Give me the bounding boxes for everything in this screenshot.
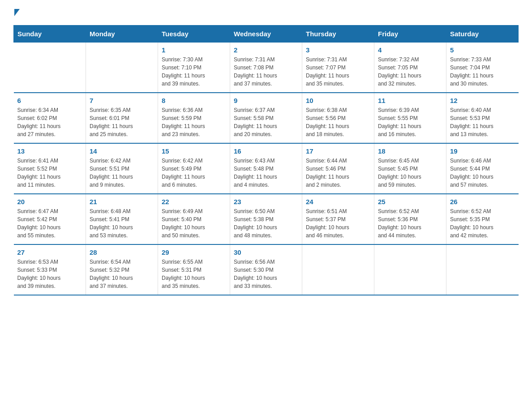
calendar-cell: 17Sunrise: 6:44 AMSunset: 5:46 PMDayligh… xyxy=(302,143,374,194)
day-number: 12 xyxy=(450,97,515,104)
calendar-week-row: 1Sunrise: 7:30 AMSunset: 7:10 PMDaylight… xyxy=(14,43,519,93)
day-info: Sunrise: 6:48 AMSunset: 5:41 PMDaylight:… xyxy=(90,207,154,240)
day-info: Sunrise: 6:52 AMSunset: 5:36 PMDaylight:… xyxy=(378,207,442,240)
day-number: 19 xyxy=(450,147,515,155)
day-number: 20 xyxy=(17,198,82,206)
day-header-sunday: Sunday xyxy=(14,26,86,43)
day-info: Sunrise: 6:51 AMSunset: 5:37 PMDaylight:… xyxy=(306,207,370,240)
day-header-monday: Monday xyxy=(86,26,158,43)
day-number: 27 xyxy=(17,248,82,256)
calendar-cell: 28Sunrise: 6:54 AMSunset: 5:32 PMDayligh… xyxy=(86,244,158,295)
calendar-cell: 8Sunrise: 6:36 AMSunset: 5:59 PMDaylight… xyxy=(158,93,230,143)
calendar-cell: 24Sunrise: 6:51 AMSunset: 5:37 PMDayligh… xyxy=(302,194,374,244)
day-number: 16 xyxy=(234,147,298,155)
logo xyxy=(13,9,20,18)
day-info: Sunrise: 6:52 AMSunset: 5:35 PMDaylight:… xyxy=(450,207,515,240)
day-number: 22 xyxy=(162,198,226,206)
day-info: Sunrise: 6:56 AMSunset: 5:30 PMDaylight:… xyxy=(234,258,298,290)
day-number: 7 xyxy=(90,97,154,104)
day-info: Sunrise: 6:50 AMSunset: 5:38 PMDaylight:… xyxy=(234,207,298,240)
day-info: Sunrise: 6:37 AMSunset: 5:58 PMDaylight:… xyxy=(234,106,298,138)
calendar-cell: 9Sunrise: 6:37 AMSunset: 5:58 PMDaylight… xyxy=(230,93,302,143)
calendar-cell: 7Sunrise: 6:35 AMSunset: 6:01 PMDaylight… xyxy=(86,93,158,143)
day-number: 4 xyxy=(378,46,442,54)
calendar-cell: 14Sunrise: 6:42 AMSunset: 5:51 PMDayligh… xyxy=(86,143,158,194)
calendar-cell: 2Sunrise: 7:31 AMSunset: 7:08 PMDaylight… xyxy=(230,43,302,93)
calendar-cell: 30Sunrise: 6:56 AMSunset: 5:30 PMDayligh… xyxy=(230,244,302,295)
day-info: Sunrise: 6:41 AMSunset: 5:52 PMDaylight:… xyxy=(17,157,82,189)
day-number: 1 xyxy=(162,46,226,54)
calendar-cell: 22Sunrise: 6:49 AMSunset: 5:40 PMDayligh… xyxy=(158,194,230,244)
calendar-cell: 6Sunrise: 6:34 AMSunset: 6:02 PMDaylight… xyxy=(14,93,86,143)
calendar-cell: 20Sunrise: 6:47 AMSunset: 5:42 PMDayligh… xyxy=(14,194,86,244)
calendar-cell xyxy=(374,244,446,295)
calendar-cell: 15Sunrise: 6:42 AMSunset: 5:49 PMDayligh… xyxy=(158,143,230,194)
calendar-cell: 21Sunrise: 6:48 AMSunset: 5:41 PMDayligh… xyxy=(86,194,158,244)
day-info: Sunrise: 6:55 AMSunset: 5:31 PMDaylight:… xyxy=(162,258,226,290)
day-number: 28 xyxy=(90,248,154,256)
day-number: 18 xyxy=(378,147,442,155)
calendar-week-row: 13Sunrise: 6:41 AMSunset: 5:52 PMDayligh… xyxy=(14,143,519,194)
calendar-week-row: 27Sunrise: 6:53 AMSunset: 5:33 PMDayligh… xyxy=(14,244,519,295)
calendar-header-row: SundayMondayTuesdayWednesdayThursdayFrid… xyxy=(14,26,519,43)
day-info: Sunrise: 6:53 AMSunset: 5:33 PMDaylight:… xyxy=(17,258,82,290)
day-info: Sunrise: 6:39 AMSunset: 5:55 PMDaylight:… xyxy=(378,106,442,138)
day-number: 25 xyxy=(378,198,442,206)
calendar-cell: 16Sunrise: 6:43 AMSunset: 5:48 PMDayligh… xyxy=(230,143,302,194)
day-info: Sunrise: 7:30 AMSunset: 7:10 PMDaylight:… xyxy=(162,56,226,88)
calendar-cell: 1Sunrise: 7:30 AMSunset: 7:10 PMDaylight… xyxy=(158,43,230,93)
calendar-cell: 12Sunrise: 6:40 AMSunset: 5:53 PMDayligh… xyxy=(446,93,519,143)
calendar-cell: 3Sunrise: 7:31 AMSunset: 7:07 PMDaylight… xyxy=(302,43,374,93)
calendar-week-row: 6Sunrise: 6:34 AMSunset: 6:02 PMDaylight… xyxy=(14,93,519,143)
day-header-friday: Friday xyxy=(374,26,446,43)
page-header xyxy=(13,9,519,18)
day-info: Sunrise: 7:31 AMSunset: 7:07 PMDaylight:… xyxy=(306,56,370,88)
day-info: Sunrise: 6:44 AMSunset: 5:46 PMDaylight:… xyxy=(306,157,370,189)
day-info: Sunrise: 6:43 AMSunset: 5:48 PMDaylight:… xyxy=(234,157,298,189)
day-info: Sunrise: 6:46 AMSunset: 5:44 PMDaylight:… xyxy=(450,157,515,189)
day-header-wednesday: Wednesday xyxy=(230,26,302,43)
day-number: 15 xyxy=(162,147,226,155)
day-info: Sunrise: 6:49 AMSunset: 5:40 PMDaylight:… xyxy=(162,207,226,240)
day-number: 3 xyxy=(306,46,370,54)
day-number: 30 xyxy=(234,248,298,256)
calendar-cell: 10Sunrise: 6:38 AMSunset: 5:56 PMDayligh… xyxy=(302,93,374,143)
day-number: 9 xyxy=(234,97,298,104)
calendar-cell: 19Sunrise: 6:46 AMSunset: 5:44 PMDayligh… xyxy=(446,143,519,194)
calendar-cell: 23Sunrise: 6:50 AMSunset: 5:38 PMDayligh… xyxy=(230,194,302,244)
day-info: Sunrise: 6:35 AMSunset: 6:01 PMDaylight:… xyxy=(90,106,154,138)
day-number: 11 xyxy=(378,97,442,104)
calendar-cell xyxy=(302,244,374,295)
day-number: 13 xyxy=(17,147,82,155)
calendar-cell: 25Sunrise: 6:52 AMSunset: 5:36 PMDayligh… xyxy=(374,194,446,244)
calendar-cell xyxy=(14,43,86,93)
calendar-table: SundayMondayTuesdayWednesdayThursdayFrid… xyxy=(13,25,519,295)
day-number: 17 xyxy=(306,147,370,155)
day-number: 24 xyxy=(306,198,370,206)
day-info: Sunrise: 6:34 AMSunset: 6:02 PMDaylight:… xyxy=(17,106,82,138)
day-number: 14 xyxy=(90,147,154,155)
calendar-cell: 13Sunrise: 6:41 AMSunset: 5:52 PMDayligh… xyxy=(14,143,86,194)
calendar-cell xyxy=(446,244,519,295)
calendar-cell: 27Sunrise: 6:53 AMSunset: 5:33 PMDayligh… xyxy=(14,244,86,295)
calendar-cell: 26Sunrise: 6:52 AMSunset: 5:35 PMDayligh… xyxy=(446,194,519,244)
day-header-saturday: Saturday xyxy=(446,26,519,43)
calendar-week-row: 20Sunrise: 6:47 AMSunset: 5:42 PMDayligh… xyxy=(14,194,519,244)
day-info: Sunrise: 6:54 AMSunset: 5:32 PMDaylight:… xyxy=(90,258,154,290)
day-header-thursday: Thursday xyxy=(302,26,374,43)
day-info: Sunrise: 6:36 AMSunset: 5:59 PMDaylight:… xyxy=(162,106,226,138)
day-number: 2 xyxy=(234,46,298,54)
day-number: 23 xyxy=(234,198,298,206)
day-info: Sunrise: 7:32 AMSunset: 7:05 PMDaylight:… xyxy=(378,56,442,88)
logo-flag-icon xyxy=(14,9,20,16)
calendar-cell: 5Sunrise: 7:33 AMSunset: 7:04 PMDaylight… xyxy=(446,43,519,93)
day-number: 5 xyxy=(450,46,515,54)
day-info: Sunrise: 6:42 AMSunset: 5:51 PMDaylight:… xyxy=(90,157,154,189)
calendar-cell: 4Sunrise: 7:32 AMSunset: 7:05 PMDaylight… xyxy=(374,43,446,93)
day-info: Sunrise: 6:40 AMSunset: 5:53 PMDaylight:… xyxy=(450,106,515,138)
day-number: 6 xyxy=(17,97,82,104)
calendar-cell: 18Sunrise: 6:45 AMSunset: 5:45 PMDayligh… xyxy=(374,143,446,194)
day-header-tuesday: Tuesday xyxy=(158,26,230,43)
day-info: Sunrise: 7:33 AMSunset: 7:04 PMDaylight:… xyxy=(450,56,515,88)
day-info: Sunrise: 7:31 AMSunset: 7:08 PMDaylight:… xyxy=(234,56,298,88)
